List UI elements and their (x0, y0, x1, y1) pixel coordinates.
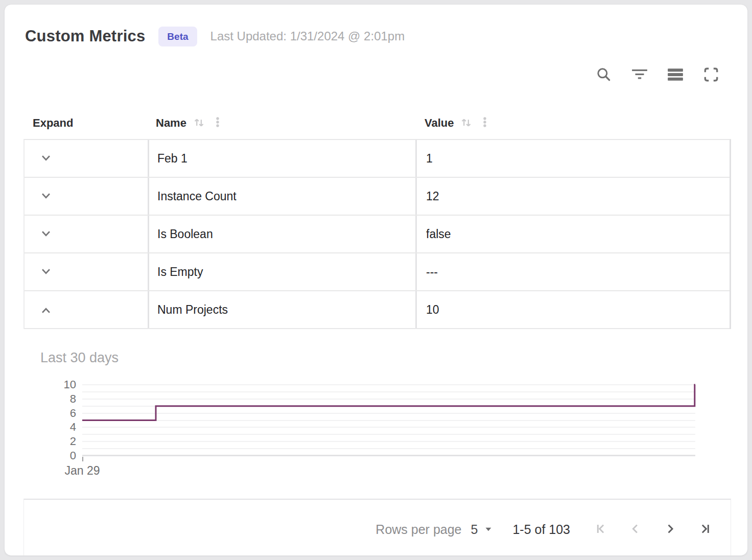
column-header-name[interactable]: Name (148, 107, 415, 139)
fullscreen-icon (702, 66, 720, 85)
kebab-menu-icon (478, 115, 491, 130)
pagination-nav (592, 521, 714, 539)
rows-per-page-select[interactable] (482, 522, 495, 537)
metric-value-cell: 10 (415, 291, 730, 328)
metric-name-cell: Feb 1 (148, 140, 415, 177)
chevron-up-icon (38, 301, 54, 318)
chevron-down-icon (38, 226, 54, 243)
rows-per-page-value[interactable]: 5 (471, 522, 478, 537)
metric-name-cell: Instance Count (148, 178, 415, 215)
metric-name-cell: Is Boolean (148, 216, 415, 252)
filter-button[interactable] (631, 66, 648, 84)
column-menu-value-button[interactable] (478, 115, 491, 130)
rows-per-page-label: Rows per page (375, 522, 461, 537)
metric-value-cell: false (415, 216, 730, 252)
expand-cell (25, 253, 148, 290)
table-row: Instance Count 12 (25, 178, 730, 216)
expand-toggle-button[interactable] (38, 188, 54, 204)
chart-y-axis: 0246810 (25, 385, 79, 456)
table-row: Num Projects 10 (25, 291, 730, 329)
kebab-menu-icon (211, 115, 224, 130)
column-header-expand: Expand (24, 107, 148, 139)
expand-toggle-button[interactable] (38, 264, 54, 280)
table-row: Is Empty --- (25, 253, 730, 291)
chevron-left-icon (627, 521, 644, 539)
page-header: Custom Metrics Beta Last Updated: 1/31/2… (25, 24, 405, 49)
expand-toggle-button[interactable] (38, 150, 54, 167)
search-button[interactable] (595, 66, 613, 84)
dropdown-arrow-icon (482, 522, 495, 537)
x-axis-tick (82, 457, 83, 461)
sort-name-button[interactable] (192, 115, 206, 131)
y-tick-label: 8 (45, 392, 76, 406)
column-menu-name-button[interactable] (211, 115, 224, 130)
metric-value-cell: 1 (415, 140, 730, 177)
expand-toggle-button[interactable] (38, 226, 54, 242)
sort-value-button[interactable] (459, 115, 473, 131)
previous-page-button[interactable] (626, 521, 645, 539)
expand-cell (25, 178, 148, 215)
grid-toolbar (595, 66, 720, 84)
metric-value-cell: --- (415, 253, 730, 290)
expand-cell (25, 216, 148, 252)
fullscreen-button[interactable] (702, 66, 720, 84)
sort-arrows-icon (192, 115, 206, 131)
table-row: Feb 1 1 (25, 140, 730, 178)
page-title: Custom Metrics (25, 27, 145, 45)
density-icon (667, 66, 684, 85)
x-axis-tick-label: Jan 29 (57, 464, 108, 478)
y-tick-label: 6 (45, 407, 76, 420)
table-header-row: Expand Name Value (24, 107, 731, 139)
custom-metrics-card: Custom Metrics Beta Last Updated: 1/31/2… (4, 4, 748, 556)
expand-toggle-button[interactable] (38, 301, 54, 318)
filter-icon (631, 66, 648, 85)
step-line-chart (82, 385, 695, 456)
column-header-value[interactable]: Value (415, 107, 731, 139)
density-button[interactable] (667, 66, 684, 84)
chevron-down-icon (38, 150, 54, 167)
y-tick-label: 0 (45, 449, 76, 462)
chevron-down-icon (38, 188, 54, 205)
metric-name-cell: Is Empty (148, 253, 415, 290)
search-icon (595, 66, 613, 85)
sort-arrows-icon (459, 115, 473, 131)
expand-cell (25, 140, 148, 177)
chevron-right-icon (662, 521, 678, 539)
y-tick-label: 4 (45, 421, 76, 434)
first-page-icon (593, 521, 609, 539)
beta-badge: Beta (158, 27, 197, 46)
y-tick-label: 2 (45, 435, 76, 448)
metric-value-cell: 12 (415, 178, 730, 215)
table-body: Feb 1 1 Instance Count 12 (24, 139, 731, 329)
chevron-down-icon (38, 264, 54, 281)
chart-title: Last 30 days (40, 350, 119, 366)
chart-plot-area (82, 385, 695, 456)
last-updated-text: Last Updated: 1/31/2024 @ 2:01pm (210, 29, 405, 43)
next-page-button[interactable] (661, 521, 679, 539)
pagination-footer: Rows per page 5 1-5 of 103 (24, 499, 731, 555)
expand-cell (25, 291, 148, 328)
last-page-button[interactable] (696, 521, 714, 539)
y-tick-label: 10 (45, 378, 76, 391)
metric-name-cell: Num Projects (148, 291, 415, 328)
table-row: Is Boolean false (25, 216, 730, 253)
pagination-range-label: 1-5 of 103 (512, 522, 570, 537)
first-page-button[interactable] (592, 521, 610, 539)
last-page-icon (697, 521, 713, 539)
